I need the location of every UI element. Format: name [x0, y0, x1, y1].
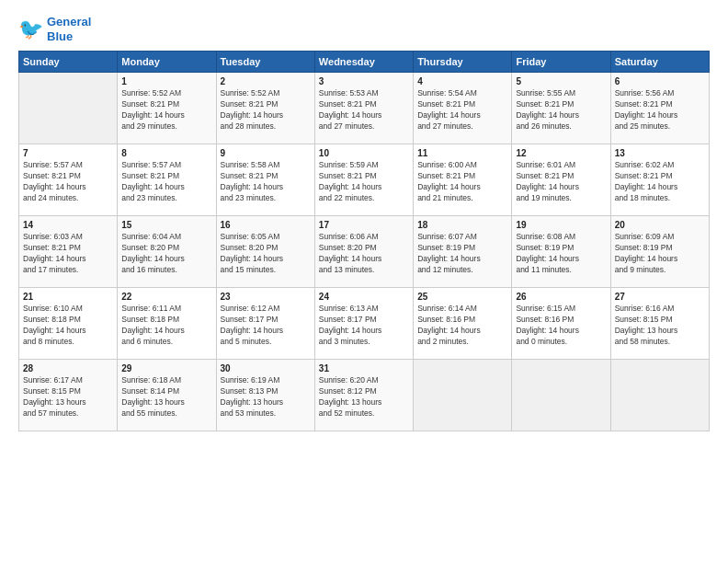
- day-info: Sunrise: 6:12 AM Sunset: 8:17 PM Dayligh…: [221, 304, 311, 348]
- day-number: 24: [319, 292, 409, 302]
- day-number: 29: [121, 363, 211, 373]
- day-info: Sunrise: 6:10 AM Sunset: 8:18 PM Dayligh…: [23, 304, 113, 348]
- day-info: Sunrise: 6:15 AM Sunset: 8:16 PM Dayligh…: [516, 304, 606, 348]
- calendar-cell: 20Sunrise: 6:09 AM Sunset: 8:19 PM Dayli…: [610, 216, 709, 288]
- calendar-cell: 1Sunrise: 5:52 AM Sunset: 8:21 PM Daylig…: [118, 73, 216, 144]
- header-saturday: Saturday: [610, 52, 709, 73]
- calendar-cell: 3Sunrise: 5:53 AM Sunset: 8:21 PM Daylig…: [314, 73, 413, 144]
- calendar-cell: 9Sunrise: 5:58 AM Sunset: 8:21 PM Daylig…: [216, 144, 314, 216]
- day-number: 23: [221, 292, 311, 302]
- header-monday: Monday: [118, 52, 216, 73]
- day-info: Sunrise: 6:00 AM Sunset: 8:21 PM Dayligh…: [417, 160, 507, 204]
- day-info: Sunrise: 6:13 AM Sunset: 8:17 PM Dayligh…: [319, 304, 409, 348]
- calendar-cell: 28Sunrise: 6:17 AM Sunset: 8:15 PM Dayli…: [19, 360, 118, 431]
- calendar-week-1: 1Sunrise: 5:52 AM Sunset: 8:21 PM Daylig…: [19, 73, 710, 144]
- calendar-cell: 15Sunrise: 6:04 AM Sunset: 8:20 PM Dayli…: [118, 216, 216, 288]
- day-number: 7: [23, 148, 113, 158]
- logo-text: GeneralBlue: [47, 15, 91, 43]
- day-number: 21: [23, 292, 113, 302]
- day-info: Sunrise: 5:52 AM Sunset: 8:21 PM Dayligh…: [221, 88, 311, 132]
- day-info: Sunrise: 6:18 AM Sunset: 8:14 PM Dayligh…: [121, 375, 211, 419]
- calendar-cell: [414, 360, 512, 431]
- day-number: 10: [319, 148, 409, 158]
- calendar-cell: 26Sunrise: 6:15 AM Sunset: 8:16 PM Dayli…: [512, 288, 610, 360]
- day-number: 30: [221, 363, 311, 373]
- calendar-cell: 13Sunrise: 6:02 AM Sunset: 8:21 PM Dayli…: [610, 144, 709, 216]
- day-info: Sunrise: 6:06 AM Sunset: 8:20 PM Dayligh…: [319, 232, 409, 276]
- day-number: 28: [23, 363, 113, 373]
- day-info: Sunrise: 6:19 AM Sunset: 8:13 PM Dayligh…: [221, 375, 311, 419]
- day-info: Sunrise: 5:58 AM Sunset: 8:21 PM Dayligh…: [221, 160, 311, 204]
- header-friday: Friday: [512, 52, 610, 73]
- day-number: 16: [221, 220, 311, 230]
- day-info: Sunrise: 6:11 AM Sunset: 8:18 PM Dayligh…: [121, 304, 211, 348]
- header-tuesday: Tuesday: [216, 52, 314, 73]
- day-number: 1: [121, 76, 211, 86]
- page-header: 🐦 GeneralBlue: [18, 15, 710, 43]
- day-info: Sunrise: 5:57 AM Sunset: 8:21 PM Dayligh…: [121, 160, 211, 204]
- day-number: 17: [319, 220, 409, 230]
- day-number: 19: [516, 220, 606, 230]
- calendar-cell: 25Sunrise: 6:14 AM Sunset: 8:16 PM Dayli…: [414, 288, 512, 360]
- day-info: Sunrise: 6:09 AM Sunset: 8:19 PM Dayligh…: [615, 232, 705, 276]
- day-number: 15: [121, 220, 211, 230]
- calendar-cell: 27Sunrise: 6:16 AM Sunset: 8:15 PM Dayli…: [610, 288, 709, 360]
- day-number: 11: [417, 148, 507, 158]
- header-sunday: Sunday: [19, 52, 118, 73]
- calendar-cell: 17Sunrise: 6:06 AM Sunset: 8:20 PM Dayli…: [314, 216, 413, 288]
- day-info: Sunrise: 6:07 AM Sunset: 8:19 PM Dayligh…: [417, 232, 507, 276]
- day-info: Sunrise: 6:03 AM Sunset: 8:21 PM Dayligh…: [23, 232, 113, 276]
- calendar-week-3: 14Sunrise: 6:03 AM Sunset: 8:21 PM Dayli…: [19, 216, 710, 288]
- day-number: 20: [615, 220, 705, 230]
- calendar-cell: 29Sunrise: 6:18 AM Sunset: 8:14 PM Dayli…: [118, 360, 216, 431]
- day-info: Sunrise: 6:14 AM Sunset: 8:16 PM Dayligh…: [417, 304, 507, 348]
- calendar-cell: 12Sunrise: 6:01 AM Sunset: 8:21 PM Dayli…: [512, 144, 610, 216]
- calendar-cell: 23Sunrise: 6:12 AM Sunset: 8:17 PM Dayli…: [216, 288, 314, 360]
- calendar-cell: 7Sunrise: 5:57 AM Sunset: 8:21 PM Daylig…: [19, 144, 118, 216]
- day-number: 27: [615, 292, 705, 302]
- day-info: Sunrise: 6:05 AM Sunset: 8:20 PM Dayligh…: [221, 232, 311, 276]
- day-info: Sunrise: 6:02 AM Sunset: 8:21 PM Dayligh…: [615, 160, 705, 204]
- calendar-cell: 6Sunrise: 5:56 AM Sunset: 8:21 PM Daylig…: [610, 73, 709, 144]
- day-number: 12: [516, 148, 606, 158]
- day-info: Sunrise: 6:08 AM Sunset: 8:19 PM Dayligh…: [516, 232, 606, 276]
- calendar-cell: 19Sunrise: 6:08 AM Sunset: 8:19 PM Dayli…: [512, 216, 610, 288]
- calendar-week-4: 21Sunrise: 6:10 AM Sunset: 8:18 PM Dayli…: [19, 288, 710, 360]
- calendar-cell: 14Sunrise: 6:03 AM Sunset: 8:21 PM Dayli…: [19, 216, 118, 288]
- calendar-table: SundayMondayTuesdayWednesdayThursdayFrid…: [18, 51, 710, 431]
- day-info: Sunrise: 6:01 AM Sunset: 8:21 PM Dayligh…: [516, 160, 606, 204]
- calendar-cell: 24Sunrise: 6:13 AM Sunset: 8:17 PM Dayli…: [314, 288, 413, 360]
- day-number: 4: [417, 76, 507, 86]
- day-info: Sunrise: 5:52 AM Sunset: 8:21 PM Dayligh…: [121, 88, 211, 132]
- calendar-cell: [610, 360, 709, 431]
- day-number: 8: [121, 148, 211, 158]
- day-number: 5: [516, 76, 606, 86]
- day-number: 31: [319, 363, 409, 373]
- day-info: Sunrise: 5:56 AM Sunset: 8:21 PM Dayligh…: [615, 88, 705, 132]
- calendar-cell: [19, 73, 118, 144]
- day-info: Sunrise: 5:54 AM Sunset: 8:21 PM Dayligh…: [417, 88, 507, 132]
- day-info: Sunrise: 6:20 AM Sunset: 8:12 PM Dayligh…: [319, 375, 409, 419]
- calendar-cell: 5Sunrise: 5:55 AM Sunset: 8:21 PM Daylig…: [512, 73, 610, 144]
- day-info: Sunrise: 6:16 AM Sunset: 8:15 PM Dayligh…: [615, 304, 705, 348]
- logo: 🐦 GeneralBlue: [18, 15, 91, 43]
- day-number: 22: [121, 292, 211, 302]
- calendar-week-5: 28Sunrise: 6:17 AM Sunset: 8:15 PM Dayli…: [19, 360, 710, 431]
- day-number: 3: [319, 76, 409, 86]
- calendar-cell: 2Sunrise: 5:52 AM Sunset: 8:21 PM Daylig…: [216, 73, 314, 144]
- calendar-week-2: 7Sunrise: 5:57 AM Sunset: 8:21 PM Daylig…: [19, 144, 710, 216]
- day-info: Sunrise: 6:04 AM Sunset: 8:20 PM Dayligh…: [121, 232, 211, 276]
- day-number: 18: [417, 220, 507, 230]
- day-number: 9: [221, 148, 311, 158]
- calendar-cell: 4Sunrise: 5:54 AM Sunset: 8:21 PM Daylig…: [414, 73, 512, 144]
- calendar-cell: 31Sunrise: 6:20 AM Sunset: 8:12 PM Dayli…: [314, 360, 413, 431]
- day-info: Sunrise: 5:55 AM Sunset: 8:21 PM Dayligh…: [516, 88, 606, 132]
- day-number: 25: [417, 292, 507, 302]
- calendar-cell: 11Sunrise: 6:00 AM Sunset: 8:21 PM Dayli…: [414, 144, 512, 216]
- day-info: Sunrise: 5:57 AM Sunset: 8:21 PM Dayligh…: [23, 160, 113, 204]
- calendar-cell: 16Sunrise: 6:05 AM Sunset: 8:20 PM Dayli…: [216, 216, 314, 288]
- header-wednesday: Wednesday: [314, 52, 413, 73]
- day-number: 26: [516, 292, 606, 302]
- calendar-cell: 30Sunrise: 6:19 AM Sunset: 8:13 PM Dayli…: [216, 360, 314, 431]
- calendar-cell: 22Sunrise: 6:11 AM Sunset: 8:18 PM Dayli…: [118, 288, 216, 360]
